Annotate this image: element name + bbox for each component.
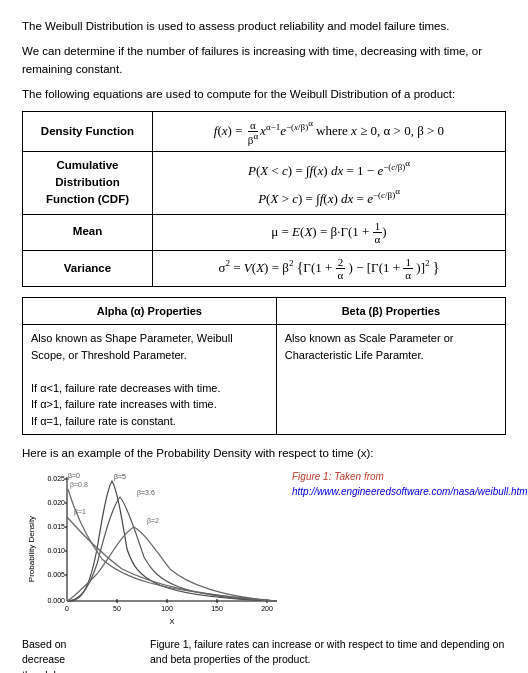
paragraph-2: We can determine if the number of failur… (22, 43, 506, 78)
variance-label: Variance (23, 250, 153, 286)
chart-area: Probability Density 0.025 0.020 0.015 0.… (22, 469, 506, 629)
bottom-right-text: Figure 1, failure rates can increase or … (142, 637, 506, 669)
variance-formula: σ2 = V(X) = β2 {Γ(1 + 2α ) − [Γ(1 + 1α )… (153, 250, 506, 286)
svg-text:0: 0 (65, 605, 69, 612)
svg-text:200: 200 (261, 605, 273, 612)
bottom-left-text: Based on decrease the alpha (22, 637, 142, 673)
chart-intro: Here is an example of the Probability De… (22, 445, 506, 462)
density-label: Density Function (23, 112, 153, 152)
alpha-beta-table: Alpha (α) Properties Beta (β) Properties… (22, 297, 506, 436)
svg-text:β=0.8: β=0.8 (70, 481, 88, 489)
chart-container: Probability Density 0.025 0.020 0.015 0.… (22, 469, 282, 629)
svg-text:Probability Density: Probability Density (27, 516, 36, 582)
svg-text:150: 150 (211, 605, 223, 612)
svg-text:β=2: β=2 (147, 517, 159, 525)
bottom-row: Based on decrease the alpha Figure 1, fa… (22, 637, 506, 673)
figure-url[interactable]: http://www.engineeredsoftware.com/nasa/w… (292, 486, 528, 497)
svg-text:β=0: β=0 (68, 472, 80, 480)
svg-text:β=3.6: β=3.6 (137, 489, 155, 497)
beta-header: Beta (β) Properties (276, 297, 505, 325)
density-formula: f(x) = αβαxα−1e−(x/β)α where x ≥ 0, α > … (153, 112, 506, 152)
paragraph-3: The following equations are used to comp… (22, 86, 506, 103)
svg-text:0.025: 0.025 (47, 475, 65, 482)
svg-text:X: X (169, 617, 175, 626)
beta-content: Also known as Scale Parameter or Charact… (276, 325, 505, 435)
cdf-label: CumulativeDistributionFunction (CDF) (23, 151, 153, 214)
svg-text:0.005: 0.005 (47, 571, 65, 578)
svg-text:0.000: 0.000 (47, 597, 65, 604)
chart-svg: Probability Density 0.025 0.020 0.015 0.… (22, 469, 282, 629)
alpha-header: Alpha (α) Properties (23, 297, 277, 325)
mean-label: Mean (23, 214, 153, 250)
svg-text:100: 100 (161, 605, 173, 612)
figure-title: Figure 1: Taken from http://www.engineer… (292, 471, 528, 497)
cdf-formula: P(X < c) = ∫f(x) dx = 1 − e−(c/β)α P(X >… (153, 151, 506, 214)
svg-text:50: 50 (113, 605, 121, 612)
svg-text:0.020: 0.020 (47, 499, 65, 506)
paragraph-1: The Weibull Distribution is used to asse… (22, 18, 506, 35)
svg-text:0.010: 0.010 (47, 547, 65, 554)
svg-text:β=5: β=5 (114, 473, 126, 481)
chart-caption: Figure 1: Taken from http://www.engineer… (292, 469, 452, 499)
formula-table: Density Function f(x) = αβαxα−1e−(x/β)α … (22, 111, 506, 287)
svg-text:0.015: 0.015 (47, 523, 65, 530)
alpha-content: Also known as Shape Parameter, Weibull S… (23, 325, 277, 435)
mean-formula: μ = E(X) = β·Γ(1 + 1α) (153, 214, 506, 250)
